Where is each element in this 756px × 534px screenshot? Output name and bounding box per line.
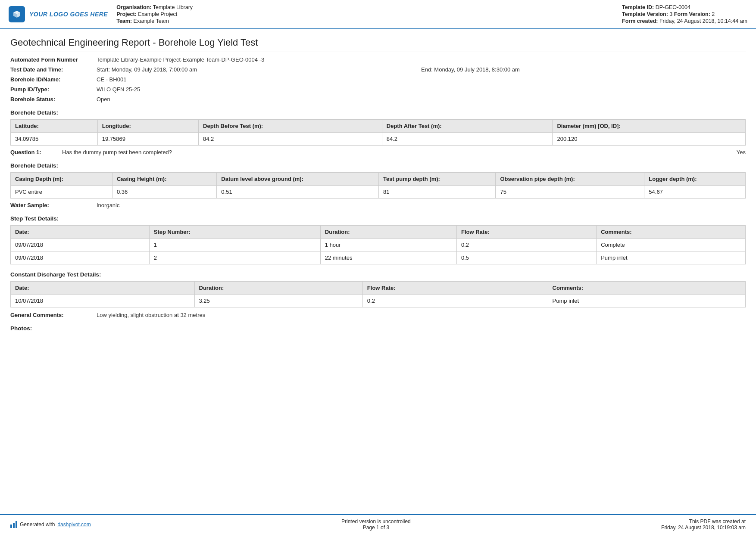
cell-diameter: 200.120	[553, 133, 746, 146]
test-date-label: Test Date and Time:	[10, 66, 97, 73]
logo-text: YOUR LOGO GOES HERE	[29, 11, 108, 18]
logo-icon	[9, 6, 25, 22]
constant-discharge-table: Date: Duration: Flow Rate: Comments: 10/…	[10, 281, 746, 307]
step-test-table: Date: Step Number: Duration: Flow Rate: …	[10, 225, 746, 264]
borehole-id-label: Borehole ID/Name:	[10, 76, 97, 83]
form-created-line: Form created: Friday, 24 August 2018, 10…	[622, 18, 747, 24]
cell-casing-depth: PVC entire	[11, 186, 112, 199]
header-right: Template ID: DP-GEO-0004 Template Versio…	[622, 4, 747, 24]
table-row: 09/07/2018 1 1 hour 0.2 Complete	[11, 239, 746, 251]
main-content: Geotechnical Engineering Report - Boreho…	[0, 29, 756, 366]
cell-step2-flow-rate: 0.5	[456, 251, 596, 264]
table-row: PVC entire 0.36 0.51 81 75 54.67	[11, 186, 746, 199]
cell-depth-after: 84.2	[382, 133, 553, 146]
col-cd-date: Date:	[11, 282, 195, 295]
borehole-details-1-heading: Borehole Details:	[10, 109, 746, 116]
borehole-details-2-heading: Borehole Details:	[10, 162, 746, 169]
test-date-row: Test Date and Time: Start: Monday, 09 Ju…	[10, 66, 746, 73]
photos-heading: Photos:	[10, 325, 746, 332]
cell-datum-level: 0.51	[217, 186, 379, 199]
cell-cd-duration: 3.25	[194, 295, 362, 307]
cell-step1-number: 1	[149, 239, 320, 251]
general-comments-value: Low yielding, slight obstruction at 32 m…	[97, 312, 205, 318]
cell-step1-duration: 1 hour	[320, 239, 456, 251]
borehole-status-row: Borehole Status: Open	[10, 96, 746, 102]
col-test-pump-depth: Test pump depth (m):	[379, 173, 496, 186]
template-version-line: Template Version: 3 Form Version: 2	[622, 11, 747, 17]
col-cd-comments: Comments:	[548, 282, 745, 295]
form-number-label: Automated Form Number	[10, 56, 97, 63]
organisation-line: Organisation: Template Library	[116, 4, 613, 10]
col-depth-after: Depth After Test (m):	[382, 120, 553, 133]
cell-depth-before: 84.2	[199, 133, 382, 146]
col-step-date: Date:	[11, 226, 150, 239]
cell-step2-number: 2	[149, 251, 320, 264]
cell-longitude: 19.75869	[97, 133, 198, 146]
team-line: Team: Example Team	[116, 18, 613, 24]
col-casing-depth: Casing Depth (m):	[11, 173, 112, 186]
cell-casing-height: 0.36	[112, 186, 216, 199]
general-comments-label: General Comments:	[10, 312, 97, 318]
water-sample-row: Water Sample: Inorganic	[10, 202, 746, 208]
general-comments-row: General Comments: Low yielding, slight o…	[10, 312, 746, 318]
template-id-line: Template ID: DP-GEO-0004	[622, 4, 747, 10]
test-date-start: Start: Monday, 09 July 2018, 7:00:00 am	[97, 66, 421, 73]
table-row: 34.09785 19.75869 84.2 84.2 200.120	[11, 133, 746, 146]
cell-step1-date: 09/07/2018	[11, 239, 150, 251]
borehole-id-row: Borehole ID/Name: CE - BH001	[10, 76, 746, 83]
question1-label: Question 1:	[10, 149, 62, 155]
cell-cd-flow-rate: 0.2	[362, 295, 548, 307]
cell-step1-flow-rate: 0.2	[456, 239, 596, 251]
pump-id-value: WILO QFN 25-25	[97, 86, 140, 93]
col-obs-pipe-depth: Observation pipe depth (m):	[496, 173, 644, 186]
cell-cd-comments: Pump inlet	[548, 295, 745, 307]
col-step-comments: Comments:	[597, 226, 746, 239]
question1-row: Question 1: Has the dummy pump test been…	[10, 149, 746, 155]
col-diameter: Diameter (mm) [OD, ID]:	[553, 120, 746, 133]
logo-section: YOUR LOGO GOES HERE	[9, 4, 108, 24]
col-datum-level: Datum level above ground (m):	[217, 173, 379, 186]
cell-step1-comments: Complete	[597, 239, 746, 251]
test-date-end: End: Monday, 09 July 2018, 8:30:00 am	[421, 66, 746, 73]
col-cd-flow-rate: Flow Rate:	[362, 282, 548, 295]
col-casing-height: Casing Height (m):	[112, 173, 216, 186]
question1-answer: Yes	[719, 149, 746, 155]
cell-test-pump-depth: 81	[379, 186, 496, 199]
cell-step2-duration: 22 minutes	[320, 251, 456, 264]
borehole-status-value: Open	[97, 96, 110, 102]
borehole-details-1-table: Latitude: Longitude: Depth Before Test (…	[10, 119, 746, 146]
cell-step2-date: 09/07/2018	[11, 251, 150, 264]
col-logger-depth: Logger depth (m):	[644, 173, 746, 186]
pump-id-row: Pump ID/Type: WILO QFN 25-25	[10, 86, 746, 93]
col-latitude: Latitude:	[11, 120, 98, 133]
borehole-id-value: CE - BH001	[97, 76, 126, 83]
borehole-status-label: Borehole Status:	[10, 96, 97, 102]
water-sample-value: Inorganic	[97, 202, 119, 208]
water-sample-label: Water Sample:	[10, 202, 97, 208]
pump-id-label: Pump ID/Type:	[10, 86, 97, 93]
table-row: 10/07/2018 3.25 0.2 Pump inlet	[11, 295, 746, 307]
col-depth-before: Depth Before Test (m):	[199, 120, 382, 133]
col-longitude: Longitude:	[97, 120, 198, 133]
table-row: 09/07/2018 2 22 minutes 0.5 Pump inlet	[11, 251, 746, 264]
header-center: Organisation: Template Library Project: …	[116, 4, 613, 24]
question1-text: Has the dummy pump test been completed?	[62, 149, 719, 155]
form-number-value: Template Library-Example Project-Example…	[97, 56, 264, 63]
col-step-flow-rate: Flow Rate:	[456, 226, 596, 239]
col-step-duration: Duration:	[320, 226, 456, 239]
cell-cd-date: 10/07/2018	[11, 295, 195, 307]
cell-obs-pipe-depth: 75	[496, 186, 644, 199]
form-number-row: Automated Form Number Template Library-E…	[10, 56, 746, 63]
page-title: Geotechnical Engineering Report - Boreho…	[10, 37, 746, 52]
col-cd-duration: Duration:	[194, 282, 362, 295]
cell-latitude: 34.09785	[11, 133, 98, 146]
borehole-details-2-table: Casing Depth (m): Casing Height (m): Dat…	[10, 172, 746, 199]
cell-logger-depth: 54.67	[644, 186, 746, 199]
constant-discharge-heading: Constant Discharge Test Details:	[10, 271, 746, 278]
col-step-number: Step Number:	[149, 226, 320, 239]
project-line: Project: Example Project	[116, 11, 613, 17]
cell-step2-comments: Pump inlet	[597, 251, 746, 264]
page-header: YOUR LOGO GOES HERE Organisation: Templa…	[0, 0, 756, 29]
step-test-heading: Step Test Details:	[10, 215, 746, 222]
